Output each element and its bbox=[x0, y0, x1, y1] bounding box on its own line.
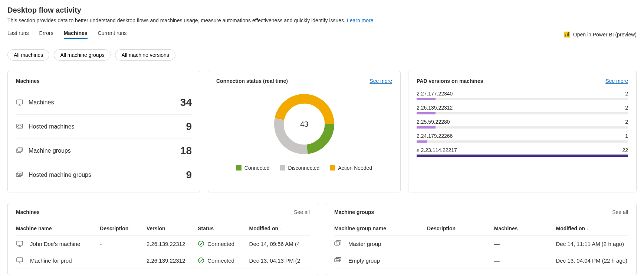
connection-legend: Connected Disconnected Action Needed bbox=[236, 165, 372, 171]
connection-card: Connection status (real time) See more 4… bbox=[208, 71, 401, 192]
version-row[interactable]: 2.27.177.22340 2 bbox=[417, 91, 628, 100]
stat-machine-groups[interactable]: Machine groups 18 bbox=[16, 139, 192, 163]
check-circle-icon bbox=[198, 257, 204, 264]
stat-machines[interactable]: Machines 34 bbox=[16, 91, 192, 115]
filter-all-versions[interactable]: All machine versions bbox=[115, 49, 175, 61]
version-bar-bg bbox=[417, 155, 628, 157]
page-title: Desktop flow activity bbox=[7, 6, 637, 14]
group-machines: — bbox=[494, 257, 556, 264]
version-bar-fill bbox=[417, 155, 628, 157]
powerbi-label: Open in Power BI (preview) bbox=[573, 32, 637, 38]
version-row[interactable]: 2.26.139.22312 2 bbox=[417, 105, 628, 114]
stat-value: 9 bbox=[186, 169, 192, 181]
col-group-name[interactable]: Machine group name bbox=[334, 225, 427, 231]
legend-connected: Connected bbox=[236, 165, 270, 171]
connection-donut-chart[interactable]: 43 bbox=[271, 91, 338, 158]
col-version[interactable]: Version bbox=[147, 225, 198, 231]
versions-card-title: PAD versions on machines bbox=[417, 78, 483, 84]
version-count: 22 bbox=[622, 147, 628, 153]
stat-value: 18 bbox=[180, 145, 192, 157]
versions-see-more[interactable]: See more bbox=[605, 78, 628, 84]
stat-label: Hosted machines bbox=[29, 123, 75, 130]
stat-hosted-groups[interactable]: Hosted machine groups 9 bbox=[16, 163, 192, 187]
col-status[interactable]: Status bbox=[198, 225, 249, 231]
swatch-icon bbox=[280, 165, 285, 171]
table-row[interactable]: John Doe's machine - 2.26.139.22312 Conn… bbox=[16, 236, 310, 252]
connection-card-title: Connection status (real time) bbox=[216, 78, 288, 84]
machine-version: 2.26.139.22312 bbox=[147, 257, 198, 264]
version-bar-bg bbox=[417, 112, 628, 114]
version-bar-bg bbox=[417, 98, 628, 100]
desktop-group-icon bbox=[334, 257, 342, 264]
version-row[interactable]: ≤ 2.23.114.22217 22 bbox=[417, 147, 628, 157]
version-bar-fill bbox=[417, 126, 436, 129]
tab-last-runs[interactable]: Last runs bbox=[7, 30, 29, 39]
col-modified[interactable]: Modified on↓ bbox=[249, 225, 310, 231]
legend-label: Disconnected bbox=[288, 165, 320, 171]
machines-see-all[interactable]: See all bbox=[294, 209, 310, 215]
swatch-icon bbox=[330, 165, 335, 171]
tab-current-runs[interactable]: Current runs bbox=[98, 30, 127, 39]
machines-card: Machines Machines 34 Hosted machines 9 bbox=[7, 71, 200, 192]
page-subtitle: This section provides data to better und… bbox=[7, 17, 637, 23]
tab-errors[interactable]: Errors bbox=[39, 30, 53, 39]
powerbi-icon bbox=[564, 32, 570, 38]
filter-all-machines[interactable]: All machines bbox=[7, 49, 49, 61]
machines-table-card: Machines See all Machine name Descriptio… bbox=[7, 203, 318, 275]
col-desc[interactable]: Description bbox=[100, 225, 147, 231]
stat-label: Hosted machine groups bbox=[29, 172, 91, 178]
filter-all-groups[interactable]: All machine groups bbox=[54, 49, 111, 61]
table-row[interactable]: Master group — Dec 14, 11:11 AM (2 h ago… bbox=[334, 236, 628, 252]
table-row[interactable]: Machine for prod - 2.26.139.22312 Connec… bbox=[16, 252, 310, 269]
groups-col-headers: Machine group name Description Machines … bbox=[334, 222, 628, 236]
desktop-group-icon bbox=[334, 240, 342, 247]
group-modified: Dec 13, 04:04 PM (22 h ago) bbox=[556, 257, 628, 264]
swatch-icon bbox=[236, 165, 242, 171]
col-name[interactable]: Machine name bbox=[16, 225, 100, 231]
version-bar-bg bbox=[417, 126, 628, 129]
desktop-icon bbox=[16, 240, 23, 247]
machine-desc: - bbox=[100, 241, 147, 247]
version-count: 2 bbox=[625, 105, 628, 111]
version-row[interactable]: 2.24.179.22266 1 bbox=[417, 133, 628, 143]
legend-label: Action Needed bbox=[338, 165, 372, 171]
stat-label: Machines bbox=[29, 99, 54, 106]
version-count: 2 bbox=[625, 91, 628, 97]
groups-table-card: Machine groups See all Machine group nam… bbox=[326, 203, 637, 275]
machines-col-headers: Machine name Description Version Status … bbox=[16, 222, 310, 236]
open-powerbi-link[interactable]: Open in Power BI (preview) bbox=[564, 32, 637, 38]
learn-more-link[interactable]: Learn more bbox=[347, 17, 374, 23]
desktop-icon bbox=[16, 257, 23, 264]
version-count: 1 bbox=[625, 133, 628, 139]
desktop-icon bbox=[16, 99, 23, 106]
legend-label: Connected bbox=[244, 165, 270, 171]
versions-card: PAD versions on machines See more 2.27.1… bbox=[408, 71, 637, 192]
machines-table-title: Machines bbox=[16, 209, 40, 215]
version-bar-fill bbox=[417, 98, 436, 100]
subtitle-text: This section provides data to better und… bbox=[7, 17, 345, 23]
col-group-machines[interactable]: Machines bbox=[494, 225, 556, 231]
version-label: 2.26.139.22312 bbox=[417, 105, 453, 111]
col-group-desc[interactable]: Description bbox=[427, 225, 494, 231]
stat-value: 9 bbox=[186, 121, 192, 133]
machines-card-title: Machines bbox=[16, 78, 40, 84]
sort-desc-icon: ↓ bbox=[586, 226, 589, 231]
machine-modified: Dec 13, 04:13 PM (2 bbox=[249, 257, 310, 264]
version-row[interactable]: 2.25.59.22280 2 bbox=[417, 119, 628, 129]
table-row[interactable]: Empty group — Dec 13, 04:04 PM (22 h ago… bbox=[334, 252, 628, 269]
donut-center-value: 43 bbox=[271, 91, 338, 158]
desktop-group-icon bbox=[16, 147, 23, 155]
connection-see-more[interactable]: See more bbox=[369, 78, 392, 84]
check-circle-icon bbox=[198, 240, 204, 247]
stat-hosted-machines[interactable]: Hosted machines 9 bbox=[16, 115, 192, 139]
stat-value: 34 bbox=[180, 97, 192, 108]
machine-desc: - bbox=[100, 257, 147, 264]
groups-table-title: Machine groups bbox=[334, 209, 374, 215]
col-group-modified[interactable]: Modified on↓ bbox=[556, 225, 628, 231]
tab-machines[interactable]: Machines bbox=[64, 30, 88, 39]
groups-see-all[interactable]: See all bbox=[612, 209, 628, 215]
machine-status: Connected bbox=[207, 257, 234, 264]
hosted-desktop-icon bbox=[16, 123, 23, 130]
filter-row: All machines All machine groups All mach… bbox=[7, 49, 637, 61]
machine-name: John Doe's machine bbox=[30, 241, 80, 247]
